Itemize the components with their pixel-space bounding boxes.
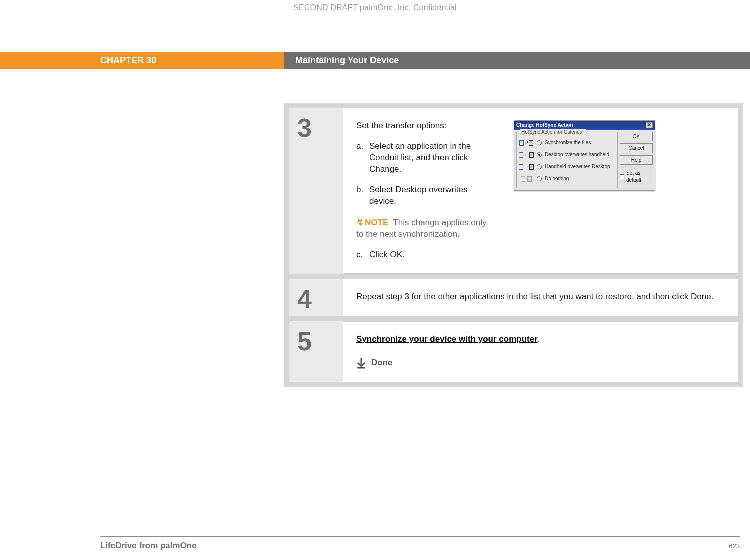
- handheld-overwrites-icon: →: [519, 163, 534, 170]
- step-3-number: 3: [297, 113, 312, 142]
- step-3-a-text: Select an application in the Conduit lis…: [369, 141, 494, 175]
- chapter-number: CHAPTER 30: [100, 55, 156, 66]
- step-4-number: 4: [297, 284, 312, 313]
- step-3-b-text: Select Desktop overwrites device.: [369, 184, 494, 207]
- desktop-overwrites-icon: ←: [519, 151, 534, 158]
- option-4-label: Do nothing: [545, 175, 569, 182]
- done-label: Done: [371, 357, 393, 369]
- radio-icon[interactable]: [537, 140, 542, 145]
- list-marker-c: c.: [356, 249, 369, 261]
- radio-icon[interactable]: [537, 164, 542, 169]
- synchronize-link[interactable]: Synchronize your device with your comput…: [356, 334, 538, 344]
- chapter-title: Maintaining Your Device: [295, 55, 399, 66]
- step-3: 3 Set the transfer options: a. Select an…: [289, 108, 738, 274]
- dialog-option-group: HotSync Action for Calendar ⇄ Synchroniz…: [516, 132, 618, 189]
- note-block: ↯NOTE This change applies only to the ne…: [356, 216, 494, 240]
- list-marker-a: a.: [356, 141, 369, 175]
- option-1-label: Synchronize the files: [545, 139, 591, 146]
- footer-product: LifeDrive from palmOne: [100, 541, 197, 551]
- step-3-text-column: Set the transfer options: a. Select an a…: [356, 120, 494, 260]
- step-5: 5 Synchronize your device with your comp…: [289, 321, 738, 382]
- chapter-title-block: Maintaining Your Device: [284, 52, 750, 69]
- radio-icon[interactable]: [537, 152, 542, 157]
- do-nothing-icon: ·: [519, 175, 534, 182]
- dialog-group-label: HotSync Action for Calendar: [520, 129, 586, 136]
- step-3-number-cell: 3: [289, 108, 343, 274]
- list-marker-b: b.: [356, 184, 369, 207]
- chapter-bar: CHAPTER 30 Maintaining Your Device: [0, 52, 750, 69]
- option-2-label: Desktop overwrites handheld: [545, 151, 609, 158]
- chapter-number-block: CHAPTER 30: [0, 52, 284, 69]
- step-3-intro: Set the transfer options:: [356, 120, 494, 132]
- done-row: Done: [356, 357, 725, 369]
- step-3-item-c: c. Click OK.: [356, 249, 494, 261]
- ok-button[interactable]: OK: [620, 132, 653, 142]
- step-3-item-a: a. Select an application in the Conduit …: [356, 141, 494, 175]
- step-4-text: Repeat step 3 for the other applications…: [356, 292, 713, 301]
- step-4: 4 Repeat step 3 for the other applicatio…: [289, 279, 738, 316]
- step-5-number: 5: [297, 327, 312, 356]
- dialog-option-do-nothing[interactable]: · Do nothing: [519, 173, 615, 185]
- sync-icon: ⇄: [519, 139, 534, 146]
- step-4-number-cell: 4: [289, 279, 343, 316]
- dialog-side-buttons: OK Cancel Help Set as default: [620, 132, 653, 189]
- down-arrow-icon: [356, 358, 366, 369]
- cancel-button[interactable]: Cancel: [620, 143, 653, 153]
- step-3-dialog-image: Change HotSync Action ✕ HotSync Action f…: [514, 120, 725, 260]
- period: .: [538, 334, 540, 344]
- radio-icon[interactable]: [537, 176, 542, 181]
- close-icon[interactable]: ✕: [646, 122, 653, 128]
- step-3-c-text: Click OK.: [369, 249, 494, 261]
- note-icon: ↯: [356, 217, 364, 227]
- step-5-body: Synchronize your device with your comput…: [343, 321, 738, 382]
- checkbox-icon[interactable]: [620, 174, 624, 179]
- hotsync-dialog: Change HotSync Action ✕ HotSync Action f…: [514, 120, 655, 191]
- dialog-option-desktop-overwrites[interactable]: ← Desktop overwrites handheld: [519, 149, 615, 161]
- dialog-option-sync[interactable]: ⇄ Synchronize the files: [519, 137, 615, 149]
- footer-page-number: 623: [729, 542, 740, 550]
- confidential-header: SECOND DRAFT palmOne, Inc. Confidential: [0, 3, 750, 12]
- dialog-title: Change HotSync Action: [516, 122, 573, 129]
- option-3-label: Handheld overwrites Desktop: [545, 163, 610, 170]
- steps-container: 3 Set the transfer options: a. Select an…: [284, 103, 743, 387]
- note-label: NOTE: [365, 218, 388, 227]
- page-footer: LifeDrive from palmOne 623: [100, 536, 740, 551]
- step-3-body: Set the transfer options: a. Select an a…: [343, 108, 738, 274]
- step-4-body: Repeat step 3 for the other applications…: [343, 279, 738, 316]
- step-5-number-cell: 5: [289, 321, 343, 382]
- set-default-checkbox[interactable]: Set as default: [620, 170, 653, 183]
- step-3-item-b: b. Select Desktop overwrites device.: [356, 184, 494, 207]
- help-button[interactable]: Help: [620, 155, 653, 165]
- set-default-label: Set as default: [626, 170, 653, 183]
- dialog-option-handheld-overwrites[interactable]: → Handheld overwrites Desktop: [519, 161, 615, 173]
